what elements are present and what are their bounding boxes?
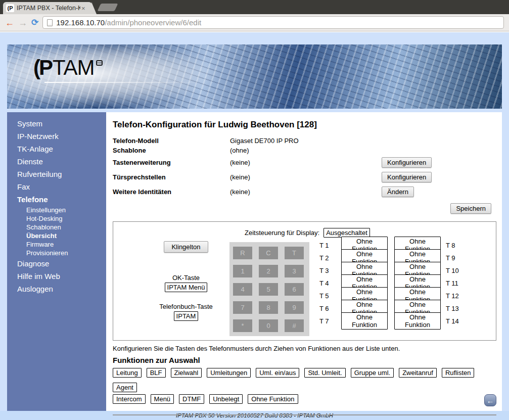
- function-std-umleit-button[interactable]: Std. Umleit.: [304, 368, 345, 378]
- browser-toolbar: ← → ⟳ 192.168.10.70/admin/phoneoverview/…: [0, 14, 509, 31]
- t-key-row: T 5 Ohne Funktion Ohne Funktion T 12: [319, 291, 459, 300]
- function-dtmf-button[interactable]: DTMF: [179, 394, 204, 404]
- label-tastenerweiterung: Tastenerweiterung: [113, 159, 230, 166]
- konfigurieren-tuersprechstellen-button[interactable]: Konfigurieren: [382, 172, 432, 182]
- display-timer-label: Zeitsteuerung für Display:: [245, 229, 319, 237]
- t6-label: T 6: [319, 305, 335, 312]
- tab-close-icon[interactable]: ×: [81, 5, 85, 12]
- keypad-key-5: 5: [259, 283, 278, 296]
- function-ruflisten-button[interactable]: Ruflisten: [442, 368, 475, 378]
- address-bar[interactable]: 192.168.10.70/admin/phoneoverview/6/edit: [42, 16, 504, 29]
- favicon-icon: (P: [6, 4, 14, 12]
- label-schablone: Schablone: [113, 147, 230, 154]
- value-telefon-modell: Gigaset DE700 IP PRO: [230, 137, 382, 145]
- sidebar-item-diagnose[interactable]: Diagnose: [7, 257, 106, 270]
- label-telefon-modell: Telefon-Modell: [113, 137, 230, 145]
- browser-back-button[interactable]: ←: [5, 18, 14, 27]
- t3-label: T 3: [319, 267, 335, 274]
- function-zweitanruf-button[interactable]: Zweitanruf: [399, 368, 437, 378]
- keypad-panel: R C T 1 2 3 4 5 6 7 8 9 * 0 #: [229, 242, 309, 336]
- t-key-row: T 1 Ohne Funktion Ohne Funktion T 8: [319, 241, 459, 250]
- t8-label: T 8: [446, 242, 455, 249]
- trademark-icon: [96, 60, 103, 66]
- function-uml-ein-aus-button[interactable]: Uml. ein/aus: [256, 368, 299, 378]
- sidebar-item-provisionieren[interactable]: Provisionieren: [7, 249, 106, 257]
- info-row-identitaeten: Weitere Identitäten (keine) Ändern: [113, 184, 496, 199]
- keypad-key-0: 0: [259, 319, 278, 332]
- sidebar-item-schablonen[interactable]: Schablonen: [7, 223, 106, 231]
- konfigurieren-tastenerweiterung-button[interactable]: Konfigurieren: [382, 157, 432, 168]
- function-menue-button[interactable]: Menü: [151, 394, 174, 404]
- sidebar-item-dienste[interactable]: Dienste: [7, 155, 106, 168]
- speichern-button[interactable]: Speichern: [450, 203, 491, 214]
- browser-reload-button[interactable]: ⟳: [31, 18, 38, 27]
- sidebar-item-hot-desking[interactable]: Hot-Desking: [7, 214, 106, 223]
- sidebar-item-ausloggen[interactable]: Ausloggen: [7, 283, 106, 295]
- sidebar-item-telefone[interactable]: Telefone: [7, 193, 106, 206]
- url-host: 192.168.10.70: [56, 18, 105, 27]
- t1-label: T 1: [319, 242, 335, 249]
- function-intercom-button[interactable]: Intercom: [113, 394, 146, 404]
- t5-label: T 5: [319, 292, 335, 300]
- phone-config-box: Zeitsteuerung für Display: Ausgeschaltet…: [113, 221, 496, 341]
- label-tuersprechstellen: Türsprechstellen: [113, 173, 230, 181]
- keypad-key-4: 4: [233, 283, 252, 296]
- ok-taste-button[interactable]: IPTAM Menü: [165, 283, 208, 292]
- t-key-row: T 7 Ohne Funktion Ohne Funktion T 14: [319, 316, 459, 325]
- sidebar-item-tk-anlage[interactable]: TK-Anlage: [7, 143, 106, 155]
- keypad-key-1: 1: [233, 265, 252, 277]
- sidebar-item-fax[interactable]: Fax: [7, 180, 106, 193]
- keypad-key-r: R: [233, 247, 252, 259]
- function-blf-button[interactable]: BLF: [147, 368, 166, 378]
- t14-label: T 14: [446, 317, 459, 325]
- function-unbelegt-button[interactable]: Unbelegt: [209, 394, 243, 404]
- logo-rest-text: TAM: [53, 56, 95, 79]
- t12-label: T 12: [446, 292, 459, 300]
- function-agent-button[interactable]: Agent: [113, 383, 137, 392]
- page-title: Telefon-Konfiguration für Ludwig Beethov…: [113, 120, 496, 130]
- browser-tab[interactable]: (P IPTAM PBX - Telefon-K ×: [3, 2, 92, 14]
- t-key-row: T 6 Ohne Funktion Ohne Funktion T 13: [319, 304, 459, 313]
- brand-banner: (PTAM: [7, 44, 502, 109]
- logo-underline: [44, 82, 196, 83]
- functions-row-1: Leitung BLF Zielwahl Umleitungen Uml. ei…: [113, 368, 496, 392]
- page-background: (PTAM System IP-Netzwerk TK-Anlage Diens…: [0, 32, 509, 420]
- telefonbuch-taste-label: Telefonbuch-Taste: [143, 303, 229, 310]
- info-row-modell: Telefon-Modell Gigaset DE700 IP PRO: [113, 136, 496, 146]
- klingelton-button[interactable]: Klingelton: [164, 241, 208, 253]
- value-schablone: (ohne): [230, 147, 382, 154]
- sidebar-item-ip-netzwerk[interactable]: IP-Netzwerk: [7, 130, 106, 143]
- bottom-divider: [113, 414, 496, 415]
- t2-label: T 2: [319, 254, 335, 262]
- sidebar-item-einstellungen[interactable]: Einstellungen: [7, 206, 106, 214]
- function-ohne-funktion-button[interactable]: Ohne Funktion: [248, 394, 298, 404]
- value-tastenerweiterung: (keine): [230, 159, 382, 166]
- t7-function-button[interactable]: Ohne Funktion: [341, 312, 388, 330]
- t14-function-button[interactable]: Ohne Funktion: [394, 312, 441, 330]
- sidebar-item-hilfe-im-web[interactable]: Hilfe im Web: [7, 270, 106, 283]
- function-gruppe-uml-button[interactable]: Gruppe uml.: [351, 368, 394, 378]
- t11-label: T 11: [446, 279, 458, 287]
- ok-taste-label: OK-Taste: [143, 274, 229, 282]
- functions-title: Funktionen zur Auswahl: [113, 356, 496, 364]
- browser-forward-button[interactable]: →: [18, 18, 27, 27]
- telefonbuch-taste-button[interactable]: IPTAM: [174, 311, 199, 321]
- t-key-row: T 2 Ohne Funktion Ohne Funktion T 9: [319, 253, 459, 262]
- sidebar-item-uebersicht[interactable]: Übersicht: [7, 231, 106, 240]
- sidebar-item-system[interactable]: System: [7, 117, 106, 130]
- function-zielwahl-button[interactable]: Zielwahl: [171, 368, 202, 378]
- keypad-key-t: T: [285, 247, 304, 259]
- sidebar-nav: System IP-Netzwerk TK-Anlage Dienste Ruf…: [7, 112, 106, 411]
- t9-label: T 9: [446, 254, 455, 262]
- browser-tab-bar: (P IPTAM PBX - Telefon-K ×: [0, 0, 509, 14]
- t-key-row: T 4 Ohne Funktion Ohne Funktion T 11: [319, 278, 459, 288]
- t7-label: T 7: [319, 317, 335, 325]
- function-umleitungen-button[interactable]: Umleitungen: [207, 368, 251, 378]
- function-key-table: T 1 Ohne Funktion Ohne Funktion T 8 T 2 …: [319, 241, 459, 329]
- page-back-button[interactable]: ←: [484, 394, 496, 406]
- aendern-button[interactable]: Ändern: [382, 186, 414, 197]
- function-leitung-button[interactable]: Leitung: [113, 368, 142, 378]
- sidebar-item-firmware[interactable]: Firmware: [7, 240, 106, 249]
- new-tab-button[interactable]: [98, 4, 118, 11]
- sidebar-item-rufverteilung[interactable]: Rufverteilung: [7, 168, 106, 180]
